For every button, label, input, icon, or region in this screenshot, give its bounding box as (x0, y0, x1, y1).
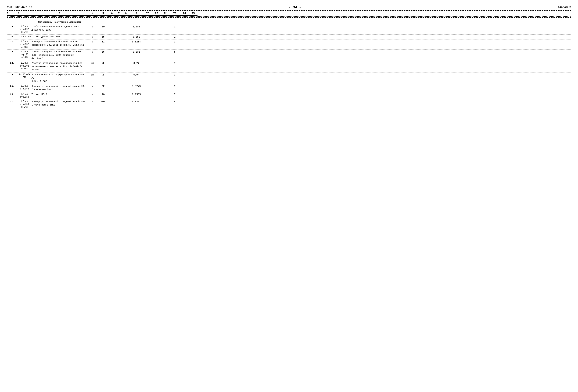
table-row: 20.То же п.544То же, диаметром 25мммI50,… (7, 35, 571, 40)
row-unit: шт (87, 73, 98, 77)
row-mass: 0,0585 (129, 93, 143, 96)
row-id: 23. (7, 62, 17, 65)
row-desc: Провод установочный с медной жилой ПВ-I … (31, 85, 87, 91)
row-id: 25. (7, 85, 17, 88)
row-unit: шт (87, 62, 98, 65)
row-num: I (170, 93, 180, 96)
col-header-IO: IO (143, 12, 152, 16)
col-header-I4: I4 (180, 12, 189, 16)
column-headers: I23456789IOIII2I3I4I5 (7, 11, 571, 17)
row-num: I (170, 40, 180, 44)
row-id: 20. (7, 35, 17, 39)
col-header-I: I (7, 12, 17, 16)
row-num: I (170, 85, 180, 88)
section-header-row: Материалы, неучтенные денником (7, 19, 571, 24)
col-header-3: 3 (31, 12, 87, 16)
row-qty: 26 (98, 50, 108, 54)
row-desc: Провод с алюминиевой жилой АПВ на напряж… (31, 40, 87, 47)
row-mass: 0,24 (129, 62, 143, 65)
row-qty: IO (98, 93, 108, 96)
row-qty: IO3 (98, 100, 108, 104)
row-mass: 0,108 (129, 25, 143, 29)
header-divider (7, 17, 571, 18)
document-number: т.п. 503-6-7.86 (7, 6, 32, 9)
table-row: 22.Ц.Iч.У отр.93 п.I8I4Кабель контрольны… (7, 50, 571, 61)
row-mass: 0,038I (129, 100, 143, 104)
row-qty: I5 (98, 35, 108, 39)
table-row: 27.Ц.Iч.У отр.I53 п.242Провод установочн… (7, 99, 571, 110)
row-mass: 0,202 (129, 50, 143, 54)
row-ref: Ц.Iч.У отр.202 п.I64 (17, 62, 31, 70)
page-header: т.п. 503-6-7.86 - 34 - Альбом У (7, 5, 571, 9)
col-header-8: 8 (122, 12, 129, 16)
row-unit: м (87, 85, 98, 88)
row-num: I (170, 62, 180, 65)
table-row: 26.Ц.Iч.У отр.I53То же, ПВ-2мIO0,0585I (7, 92, 571, 99)
top-divider (7, 10, 571, 11)
row-unit: м (87, 40, 98, 44)
col-header-5: 5 (98, 12, 108, 16)
table-body: Материалы, неучтенные денником (7, 19, 571, 24)
row-desc: Труба винилпластовая среднего типа диаме… (31, 25, 87, 32)
row-desc: Полоса монтажная перфорированная КI06 У2… (31, 73, 87, 83)
row-ref: Ц.Iч.У отр.297 п.543 (17, 25, 31, 34)
col-header-II: II (152, 12, 161, 16)
row-id: 21. (7, 40, 17, 43)
section-title: Материалы, неучтенные денником (31, 20, 87, 24)
table-row: 19.Ц.Iч.У отр.297 п.543Труба винилпласто… (7, 24, 571, 35)
row-mass: 0,I5I (129, 35, 143, 39)
table-row: 24.24-05 №I-7IOПолоса монтажная перфорир… (7, 73, 571, 84)
row-id: 22. (7, 50, 17, 53)
row-desc: Провод установочный с медной жилой ПВ-I … (31, 100, 87, 107)
col-header-6: 6 (108, 12, 115, 16)
rows-container: 19.Ц.Iч.У отр.297 п.543Труба винилпласто… (7, 24, 571, 109)
row-id: 27. (7, 100, 17, 103)
table-row: 23.Ц.Iч.У отр.202 п.I64Розетка штепсельн… (7, 61, 571, 73)
col-header-I5: I5 (189, 12, 197, 16)
row-num: I (170, 25, 180, 29)
row-desc: То же, диаметром 25мм (31, 35, 87, 39)
row-unit: м (87, 100, 98, 104)
row-ref: Ц.Iч.У отр.I53 п.242 (17, 100, 31, 109)
row-ref: Ц.Iч.У отр.93 п.I8I4 (17, 50, 31, 59)
row-qty: 52 (98, 85, 108, 88)
row-mass: 0,0284 (129, 40, 143, 44)
row-num: 5 (170, 50, 180, 54)
col-header-2: 2 (17, 12, 31, 16)
col-header-I2: I2 (161, 12, 170, 16)
row-qty: IO (98, 25, 108, 29)
row-ref: Ц.Iч.У отр.I53 (17, 93, 31, 98)
row-ref: Ц.Iч.У отр.I52 п.228 (17, 40, 31, 49)
row-unit: м (87, 50, 98, 54)
row-mass: 0,54 (129, 73, 143, 77)
row-unit: м (87, 35, 98, 39)
col-header-7: 7 (115, 12, 122, 16)
col-header-I3: I3 (170, 12, 180, 16)
row-ref: Ц.Iч.У отр.I53 (17, 85, 31, 90)
page-number: - 34 - (289, 5, 301, 9)
row-ref: То же п.544 (17, 35, 31, 38)
row-desc: Розетка штепсельная двухполюсная без заз… (31, 62, 87, 72)
row-ref: 24-05 №I-7IO (17, 73, 31, 79)
row-desc: То же, ПВ-2 (31, 93, 87, 96)
row-num: I (170, 73, 180, 77)
album-label: Альбом У (558, 6, 571, 9)
row-desc: Кабель контрольный с медными жилами КВВГ… (31, 50, 87, 60)
row-id: 19. (7, 25, 17, 28)
col-header-4: 4 (87, 12, 98, 16)
row-mass: 0,0279 (129, 85, 143, 88)
row-qty: 2 (98, 73, 108, 77)
row-num: 4 (170, 100, 180, 104)
row-unit: м (87, 93, 98, 96)
row-unit: м (87, 25, 98, 29)
row-id: 24. (7, 73, 17, 76)
row-qty: 3 (98, 62, 108, 65)
row-id: 26. (7, 93, 17, 96)
row-qty: 2I (98, 40, 108, 44)
col-header-9: 9 (129, 12, 143, 16)
table-row: 21.Ц.Iч.У отр.I52 п.228Провод с алюминие… (7, 40, 571, 50)
row-num: 2 (170, 35, 180, 39)
table-row: 25.Ц.Iч.У отр.I53Провод установочный с м… (7, 84, 571, 92)
